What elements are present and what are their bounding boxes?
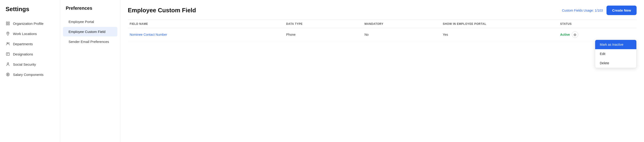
usage-label: Custom Fields Usage: 1/103 [562, 9, 603, 12]
table-row: Nominee Contact Number Phone No Yes Acti… [128, 28, 636, 41]
location-icon [6, 31, 10, 36]
cell-mandatory: No [362, 33, 441, 36]
col-header-mandatory: MANDATORY [362, 22, 441, 26]
dropdown-item-edit[interactable]: Edit [595, 49, 636, 58]
building-icon [6, 21, 10, 26]
sidebar-item-salary-components[interactable]: Salary Components [0, 69, 60, 80]
custom-field-table: FIELD NAME DATA TYPE MANDATORY SHOW IN E… [128, 20, 636, 41]
col-header-data-type: DATA TYPE [284, 22, 362, 26]
svg-point-5 [7, 43, 8, 44]
row-action-dropdown: Mark as Inactive Edit Delete [595, 40, 636, 68]
svg-rect-7 [6, 53, 10, 55]
row-action-button[interactable]: ⊕ [572, 31, 578, 38]
sidebar-label-org-profile: Organization Profile [13, 22, 44, 26]
sidebar-item-social-security[interactable]: Social Security [0, 59, 60, 69]
middle-nav-item-employee-portal[interactable]: Employee Portal [63, 17, 117, 27]
create-new-button[interactable]: Create New [606, 6, 636, 15]
svg-point-10 [7, 63, 8, 64]
middle-nav-title: Preferences [60, 6, 120, 17]
designations-icon [6, 52, 10, 56]
sidebar-item-designations[interactable]: Designations [0, 49, 60, 59]
middle-nav-item-sender-email[interactable]: Sender Email Preferences [63, 37, 117, 46]
cell-status: Active ⊕ Mark as Inactive Edit Delete [558, 31, 636, 38]
main-header: Employee Custom Field Custom Fields Usag… [128, 6, 636, 15]
middle-nav: Preferences Employee Portal Employee Cus… [60, 0, 120, 142]
table-header-row: FIELD NAME DATA TYPE MANDATORY SHOW IN E… [128, 20, 636, 28]
sidebar-item-departments[interactable]: Departments [0, 39, 60, 49]
sidebar: Settings Organization Profile Work Locat… [0, 0, 60, 142]
dropdown-item-delete[interactable]: Delete [595, 58, 636, 68]
sidebar-title: Settings [0, 6, 60, 18]
sidebar-item-org-profile[interactable]: Organization Profile [0, 18, 60, 29]
svg-point-6 [8, 43, 9, 43]
salary-icon [6, 72, 10, 77]
main-title: Employee Custom Field [128, 7, 196, 14]
col-header-status: STATUS [558, 22, 636, 26]
status-badge: Active [560, 33, 570, 36]
social-icon [6, 62, 10, 67]
cell-field-name: Nominee Contact Number [128, 33, 284, 36]
sidebar-label-departments: Departments [13, 42, 33, 46]
col-header-field-name: FIELD NAME [128, 22, 284, 26]
cell-show-portal: Yes [441, 33, 558, 36]
departments-icon [6, 42, 10, 46]
sidebar-label-salary-components: Salary Components [13, 73, 44, 77]
svg-rect-2 [8, 24, 10, 25]
sidebar-label-designations: Designations [13, 52, 33, 56]
svg-rect-3 [6, 24, 8, 25]
sidebar-label-work-locations: Work Locations [13, 32, 37, 36]
middle-nav-item-employee-custom-field[interactable]: Employee Custom Field [63, 27, 117, 36]
svg-rect-0 [6, 22, 8, 23]
main-content: Employee Custom Field Custom Fields Usag… [120, 0, 644, 142]
header-right: Custom Fields Usage: 1/103 Create New [562, 6, 636, 15]
cell-data-type: Phone [284, 33, 362, 36]
field-name-link[interactable]: Nominee Contact Number [130, 33, 167, 36]
svg-rect-1 [8, 22, 10, 23]
sidebar-label-social-security: Social Security [13, 62, 36, 66]
sidebar-item-work-locations[interactable]: Work Locations [0, 29, 60, 39]
dropdown-item-mark-inactive[interactable]: Mark as Inactive [595, 40, 636, 49]
svg-point-4 [8, 33, 8, 34]
col-header-show-portal: SHOW IN EMPLOYEE PORTAL [441, 22, 558, 26]
